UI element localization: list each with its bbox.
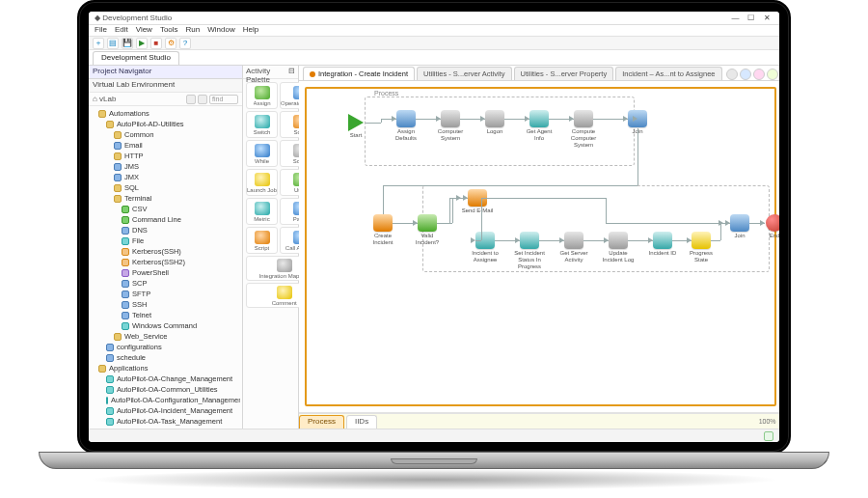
editor-view-icon[interactable] [726,69,738,80]
palette-item[interactable]: Switch [246,111,278,138]
editor-tab[interactable]: Integration - Create Incident [303,67,415,80]
workflow-node[interactable]: Valid Incident? [411,214,444,246]
footer-tab-iids[interactable]: IIDs [346,415,377,429]
tree-item[interactable]: HTTP [93,151,240,161]
zoom-level[interactable]: 100% [759,418,779,425]
tree-item[interactable]: AutoPilot-OA-Incident_Management [93,405,240,416]
workflow-node[interactable]: End [758,214,779,239]
nav-panel-title: Project Navigator [89,66,242,79]
tree-item[interactable]: AutoPilot-AD-Utilities [93,119,240,129]
workspace-tab-devstudio[interactable]: Development Studio [93,51,179,65]
workflow-node[interactable]: Incident to Assignee [469,232,502,263]
tree-label: AutoPilot-OA-Configuration_Management [111,395,240,405]
tool-new-icon[interactable]: ＋ [93,38,104,49]
tree-label: JMS [124,161,139,172]
palette-item[interactable]: Script [246,227,278,254]
tree-item[interactable]: DNS [93,225,240,235]
tree-item[interactable]: AutoPilot-OA-Task_Management [93,416,240,427]
tree-item[interactable]: Email [93,140,240,151]
editor-tab-label: Utilities - S...erver Activity [423,69,505,78]
tree-item[interactable]: configurations [93,342,240,352]
tree-label: SFTP [132,289,150,299]
workflow-node[interactable]: Create Incident [366,214,399,246]
menu-run[interactable]: Run [186,25,201,36]
menu-edit[interactable]: Edit [115,25,128,36]
tree-item[interactable]: AutoPilot-OA-Change_Management [93,374,240,384]
palette-item[interactable]: While [246,140,278,167]
tree-item[interactable]: Kerberos(SSH2) [93,257,240,267]
close-button[interactable]: ✕ [760,14,773,22]
menu-help[interactable]: Help [243,25,258,36]
workflow-node[interactable]: Progress State [685,232,718,263]
palette-glyph-icon [277,259,292,272]
menu-file[interactable]: File [95,25,107,36]
menu-view[interactable]: View [136,25,152,36]
workflow-node[interactable]: Computer System [434,110,467,142]
editor-tab[interactable]: Utilities - S...erver Activity [417,67,512,80]
tool-debug-icon[interactable]: ⚙ [165,38,176,49]
tree-item[interactable]: Kerberos(SSH) [93,246,240,257]
tree-item[interactable]: Applications [93,363,240,374]
tool-save-icon[interactable]: 💾 [122,38,133,49]
tree-item[interactable]: SFTP [93,289,240,299]
workflow-node[interactable]: Incident ID [646,232,679,257]
node-shape-icon [418,214,437,232]
menu-tools[interactable]: Tools [160,25,178,36]
nav-tree[interactable]: AutomationsAutoPilot-AD-UtilitiesCommonE… [89,106,242,429]
tree-item[interactable]: Telnet [93,310,240,320]
footer-tab-process[interactable]: Process [299,415,344,429]
tool-help-icon[interactable]: ? [179,38,191,49]
tree-item[interactable]: File [93,235,240,246]
tool-stop-icon[interactable]: ■ [150,38,162,49]
nav-search-input[interactable]: find [209,95,238,104]
tree-item[interactable]: Common [93,129,240,140]
editor-layout-icon[interactable] [740,69,751,80]
workflow-node[interactable]: Assign Defaults [390,110,422,142]
tree-label: configurations [117,342,162,352]
tree-item[interactable]: CSV [93,204,240,214]
workflow-node[interactable]: Send E-Mail [461,189,494,214]
nav-collapse-icon[interactable] [198,95,207,104]
tool-open-icon[interactable]: ▤ [107,38,119,49]
tree-item[interactable]: AutoPilot-OA-Configuration_Management [93,395,240,405]
menu-window[interactable]: Window [207,25,234,36]
palette-item[interactable]: Assign [246,82,278,109]
maximize-button[interactable]: ☐ [745,14,758,22]
editor-tab[interactable]: Incident – As...nt to Assignee [615,67,721,80]
editor-validate-icon[interactable] [753,69,765,80]
node-shape-icon [564,232,583,249]
tree-item[interactable]: SCP [93,278,240,289]
workflow-node[interactable]: Start [339,114,372,139]
workflow-node[interactable]: Update Incident Log [602,232,635,263]
tree-item[interactable]: PowerShell [93,267,240,278]
tree-icon [106,418,114,426]
workflow-canvas[interactable]: ProcessStartAssign DefaultsComputer Syst… [299,81,779,413]
tool-run-icon[interactable]: ▶ [136,38,148,49]
tree-item[interactable]: Windows Command [93,320,240,331]
workflow-node[interactable]: Get Agent Info [523,110,556,142]
tree-item[interactable]: JMS [93,161,240,172]
nav-root-label[interactable]: ⌂ vLab [93,95,116,103]
palette-item[interactable]: Metric [246,198,278,225]
editor-settings-icon[interactable] [767,69,778,80]
tree-item[interactable]: Terminal [93,193,240,204]
nav-environment[interactable]: Virtual Lab Environment [89,79,242,93]
tree-item[interactable]: schedule [93,352,240,363]
palette-item[interactable]: Launch Job [246,169,278,196]
minimize-button[interactable]: — [729,14,743,22]
tree-item[interactable]: SQL [93,182,240,193]
nav-refresh-icon[interactable] [186,95,196,104]
palette-pin-icon[interactable]: ⊟ [288,67,295,77]
editor-tab[interactable]: Utilities - S...erver Property [514,67,614,80]
workflow-node[interactable]: Logon [478,110,511,135]
tree-item[interactable]: Automations [93,108,240,119]
tree-item[interactable]: AutoPilot-OA-Common_Utilities [93,384,240,395]
tree-item[interactable]: Command Line [93,214,240,225]
tree-icon [122,301,129,309]
tree-item[interactable]: SSH [93,299,240,310]
workflow-node[interactable]: Get Server Activity [557,232,590,263]
tree-item[interactable]: JMX [93,172,240,182]
workflow-node[interactable]: Join [723,214,756,239]
tree-label: PowerShell [132,267,169,278]
tree-item[interactable]: Web_Service [93,331,240,342]
